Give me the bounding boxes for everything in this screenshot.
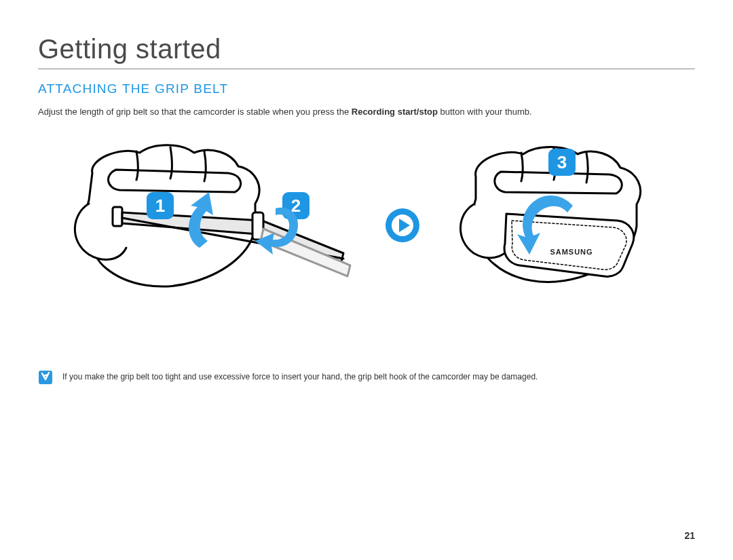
intro-paragraph: Adjust the length of grip belt so that t… [38, 106, 695, 119]
note-text: If you make the grip belt too tight and … [62, 371, 538, 383]
step-badge-3: 3 [548, 149, 576, 176]
note-row: If you make the grip belt too tight and … [38, 370, 695, 385]
intro-bold: Recording start/stop [352, 107, 438, 117]
brand-label: SAMSUNG [550, 248, 593, 256]
section-heading: ATTACHING THE GRIP BELT [38, 81, 695, 96]
svg-text:3: 3 [557, 152, 567, 172]
note-icon [38, 370, 53, 385]
step-badge-1: 1 [147, 192, 174, 219]
intro-text-before: Adjust the length of grip belt so that t… [38, 107, 352, 117]
page-title: Getting started [38, 34, 695, 69]
figure-step1-2: 1 2 [52, 139, 364, 318]
figure-step3: SAMSUNG 3 [438, 139, 683, 312]
svg-rect-12 [39, 371, 52, 384]
svg-text:1: 1 [155, 195, 165, 216]
next-step-arrow-icon [384, 207, 421, 246]
svg-rect-0 [113, 207, 122, 226]
page-number: 21 [684, 530, 695, 541]
intro-text-after: button with your thumb. [438, 107, 532, 117]
figures-area: 1 2 [38, 139, 695, 329]
